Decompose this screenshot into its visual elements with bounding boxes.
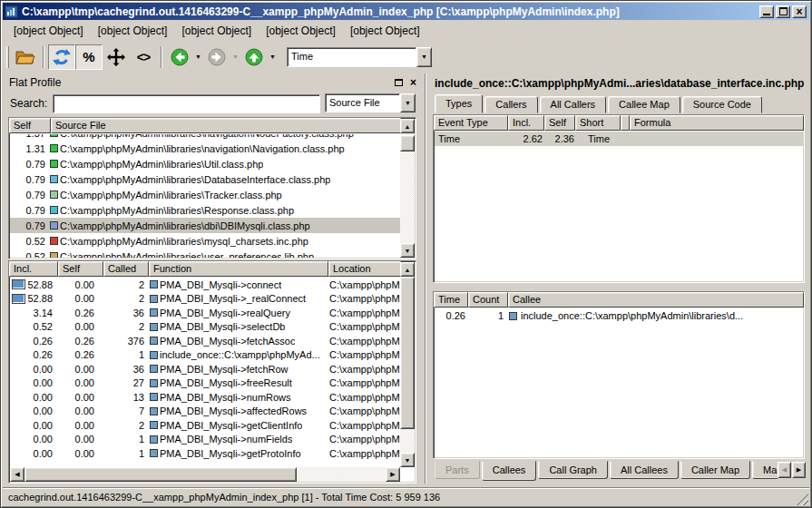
source-file-row[interactable]: 0.79 C:\xampp\phpMyAdmin\libraries\Respo… [10,202,400,218]
source-file-row[interactable]: 0.79 C:\xampp\phpMyAdmin\libraries\Util.… [10,156,400,171]
column-header-event-type[interactable]: Event Type [434,115,508,131]
function-row[interactable]: 0.00 0.00 13 PMA_DBI_Mysqli->numRows C:\… [10,390,400,405]
scrollbar-thumb[interactable] [400,277,415,429]
scrollbar-thumb[interactable] [400,135,415,151]
detail-bottom-tab[interactable]: Caller Map [680,461,750,479]
function-row[interactable]: 0.52 0.00 2 PMA_DBI_Mysqli->selectDb C:\… [10,320,400,335]
column-header-incl[interactable]: Incl. [508,115,544,131]
source-file-row[interactable]: 1.31 C:\xampp\phpMyAdmin\libraries\navig… [10,141,400,156]
detail-tab[interactable]: Types [435,94,483,113]
column-header-spacer[interactable] [621,115,630,131]
resize-grip[interactable] [797,493,808,505]
source-file-row[interactable]: 0.79 C:\xampp\phpMyAdmin\libraries\Track… [10,187,400,202]
detail-tab[interactable]: All Callers [540,96,607,113]
flat-profile-dock-titlebar[interactable]: Flat Profile × [4,73,422,91]
column-header-incl[interactable]: Incl. [9,261,58,277]
callees-table: Time Count Callee 0.26 1 include_once::C… [433,291,805,459]
detail-tab[interactable]: Callee Map [608,96,680,113]
detail-bottom-tab[interactable]: Machine [752,461,778,479]
dock-float-icon[interactable] [395,79,403,86]
function-table-vscrollbar[interactable]: ▲ ▼ [400,262,415,467]
menu-item[interactable]: [object Object] [174,23,259,39]
combobox-arrow-button[interactable]: ▼ [400,93,416,112]
function-row[interactable]: 0.00 0.00 2 PMA_DBI_Mysqli->getClientInf… [10,418,400,433]
function-row[interactable]: 0.00 0.00 36 PMA_DBI_Mysqli->fetchRow C:… [10,362,400,376]
detail-bottom-tab[interactable]: Callees [482,461,537,481]
scroll-up-button[interactable]: ▲ [400,262,415,277]
callee-name: include_once::C:\xampp\phpMyAdmin\librar… [521,310,743,321]
minimize-button[interactable] [759,5,774,18]
back-dropdown[interactable]: ▼ [193,44,203,70]
function-row[interactable]: 0.26 0.26 1 include_once::C:\xampp\phpMy… [10,348,400,363]
function-row[interactable]: 0.00 0.00 1 PMA_DBI_Mysqli->numFields C:… [10,433,400,447]
function-row[interactable]: 0.00 0.00 1 PMA_DBI_Mysqli->getProtoInfo… [10,446,400,461]
event-type-combobox[interactable]: Time ▼ [287,47,432,67]
scroll-up-button[interactable]: ▲ [400,119,415,133]
open-file-button[interactable] [12,44,39,70]
scroll-down-button[interactable]: ▼ [400,243,415,258]
cycle-detection-button[interactable]: <> [130,44,157,70]
column-header-called[interactable]: Called [103,261,149,277]
menu-item[interactable]: [object Object] [259,23,343,39]
function-table-hscrollbar[interactable]: ◀ ▶ [10,467,400,482]
combobox-arrow-button[interactable]: ▼ [416,47,432,67]
detail-tab[interactable]: Source Code [682,96,762,113]
source-file-list-vscrollbar[interactable]: ▲ ▼ [400,119,415,258]
source-file-row[interactable]: 0.79 C:\xampp\phpMyAdmin\libraries\dbi\D… [10,218,400,233]
column-header-count[interactable]: Count [468,292,508,308]
menu-item[interactable]: [object Object] [6,23,91,39]
call-count: 1 [469,310,509,321]
scroll-down-button[interactable]: ▼ [400,453,415,467]
column-header-callee[interactable]: Callee [508,292,804,308]
close-button[interactable]: × [792,5,807,18]
source-file-row[interactable]: 0.52 C:\xampp\phpMyAdmin\libraries\mysql… [10,233,400,249]
callee-row[interactable]: 0.26 1 include_once::C:\xampp\phpMyAdmin… [435,308,803,323]
group-by-combobox[interactable]: Source File ▼ [325,93,416,112]
scrollbar-thumb[interactable] [24,467,297,482]
detail-bottom-tab[interactable]: Parts [435,461,480,479]
detail-bottom-tab[interactable]: All Callees [610,461,679,479]
function-cell: PMA_DBI_Mysqli->numRows [150,392,329,403]
column-header-self[interactable]: Self [544,115,575,131]
column-header-formula[interactable]: Formula [630,115,804,131]
column-header-self[interactable]: Self [9,118,51,133]
column-header-short[interactable]: Short [575,115,621,131]
function-row[interactable]: 0.00 0.00 7 PMA_DBI_Mysqli->affectedRows… [10,405,400,419]
dock-close-icon[interactable]: × [410,76,416,89]
column-header-location[interactable]: Location [328,261,401,277]
relative-cost-button[interactable] [103,44,130,70]
column-header-self[interactable]: Self [58,261,103,277]
reload-button[interactable] [48,44,75,70]
search-input[interactable] [53,94,320,113]
function-row[interactable]: 3.14 0.26 36 PMA_DBI_Mysqli->realQuery C… [10,306,400,320]
minimize-icon [763,14,770,15]
up-dropdown[interactable]: ▼ [268,44,278,70]
panel-splitter[interactable] [425,73,426,484]
detail-tab[interactable]: Callers [484,96,537,113]
scroll-left-button[interactable]: ◀ [10,467,24,482]
menu-item[interactable]: [object Object] [91,23,175,39]
maximize-button[interactable] [776,5,790,18]
source-file-row[interactable]: 1.37 C:\xampp\phpMyAdmin\libraries\navig… [10,134,400,141]
up-button[interactable] [240,44,268,70]
column-header-time[interactable]: Time [434,292,468,308]
event-type-row[interactable]: Time 2.62 2.36 Time [435,132,803,146]
scroll-right-button[interactable]: ▶ [386,467,400,482]
function-row[interactable]: 0.00 0.00 27 PMA_DBI_Mysqli->freeResult … [10,376,400,391]
titlebar[interactable]: C:\xampp\tmp\cachegrind.out.1416463299-C… [3,3,809,20]
tab-scroll-right-button[interactable]: ▶ [792,462,806,478]
column-header-function[interactable]: Function [149,261,328,277]
back-button[interactable] [166,44,193,70]
toolbar-handle[interactable] [6,46,9,68]
percent-toggle-button[interactable]: % [75,44,103,70]
function-name: PMA_DBI_Mysqli->connect [160,279,281,290]
function-row[interactable]: 52.88 0.00 2 PMA_DBI_Mysqli->_realConnec… [10,292,400,307]
detail-bottom-tab[interactable]: Call Graph [538,461,608,479]
function-cell: PMA_DBI_Mysqli->connect [150,279,329,290]
menu-item[interactable]: [object Object] [343,23,427,39]
source-file-row[interactable]: 0.79 C:\xampp\phpMyAdmin\libraries\Datab… [10,171,400,187]
function-row[interactable]: 52.88 0.00 2 PMA_DBI_Mysqli->connect C:\… [10,278,400,292]
column-header-source-file[interactable]: Source File [51,118,401,133]
source-file-row[interactable]: 0.52 C:\xampp\phpMyAdmin\libraries\user_… [10,249,400,258]
function-row[interactable]: 0.26 0.26 376 PMA_DBI_Mysqli->fetchAssoc… [10,334,400,348]
